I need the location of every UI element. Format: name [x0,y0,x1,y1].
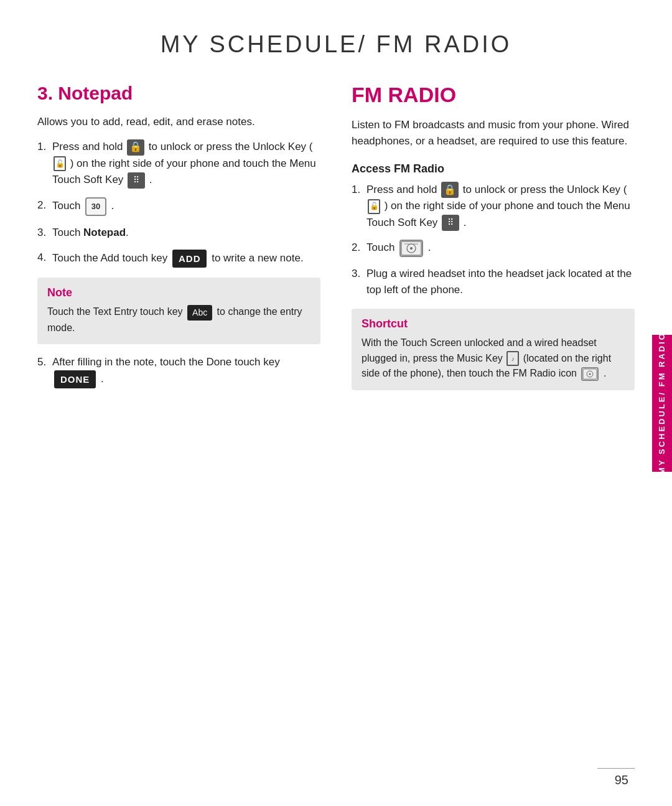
fm-step-num-3: 3. [352,266,366,282]
abc-button-icon: Abc [187,305,212,321]
menu-grid-icon-fm-1: ⠿ [442,215,459,231]
fm-step-2-content: Touch . [366,240,635,257]
sidebar-tab-text: MY SCHEDULE/ FM RADIO [657,332,667,474]
fm-radio-icon [399,240,423,257]
page-title: MY SCHEDULE/ FM RADIO [37,31,635,58]
fm-step-2: 2. Touch . [352,240,635,257]
unlock-key-icon-1: 🔓 [54,156,66,171]
page-number: 95 [615,773,628,787]
step-4-content: Touch the Add touch key ADD to write a n… [52,250,320,268]
fm-radio-heading: FM RADIO [352,83,635,107]
notepad-intro: Allows you to add, read, edit, and erase… [37,114,320,130]
fm-step-num-1: 1. [352,182,366,198]
step-num-3: 3. [37,225,52,241]
step-3-content: Touch Notepad. [52,225,320,241]
notepad-heading: 3. Notepad [37,83,320,104]
notepad-step-3: 3. Touch Notepad. [37,225,320,241]
shortcut-heading: Shortcut [362,317,625,330]
notepad-section: 3. Notepad Allows you to add, read, edit… [37,83,320,397]
step-num-2: 2. [37,197,52,213]
step-num-5: 5. [37,354,52,370]
note-box: Note Touch the Text Entry touch key Abc … [37,278,320,344]
fm-step-num-2: 2. [352,240,366,256]
svg-point-6 [589,373,591,375]
lock-icon-1: 🔒 [127,139,144,156]
svg-point-2 [410,247,413,250]
lock-icon-fm-1: 🔒 [441,182,459,198]
note-heading: Note [47,286,310,299]
unlock-key-icon-fm-1: 🔓 [368,199,380,214]
notepad-step-5: 5. After filling in the note, touch the … [37,354,320,389]
step-5-content: After filling in the note, touch the Don… [52,354,320,389]
done-button-icon: DONE [54,370,96,388]
shortcut-box: Shortcut With the Touch Screen unlocked … [352,309,635,390]
sidebar-tab: MY SCHEDULE/ FM RADIO [652,335,672,472]
fm-step-3: 3. Plug a wired headset into the headset… [352,266,635,299]
notepad-step-1: 1. Press and hold 🔒 to unlock or press t… [37,139,320,188]
notepad-step-2: 2. Touch 30 . [37,197,320,216]
page-container: MY SCHEDULE/ FM RADIO 3. Notepad Allows … [0,0,672,806]
fm-step-1-content: Press and hold 🔒 to unlock or press the … [366,182,635,231]
step-1-content: Press and hold 🔒 to unlock or press the … [52,139,320,188]
step-num-4: 4. [37,250,52,266]
fm-radio-section: FM RADIO Listen to FM broadcasts and mus… [352,83,635,397]
add-button-icon: ADD [172,250,207,268]
menu-grid-icon-1: ⠿ [128,172,145,189]
step-2-content: Touch 30 . [52,197,320,216]
shortcut-text: With the Touch Screen unlocked and a wir… [362,335,625,382]
step-num-1: 1. [37,139,52,155]
music-key-icon: ♪ [506,351,519,366]
calendar-icon: 30 [85,197,106,216]
page-divider [597,768,635,769]
fm-step-3-content: Plug a wired headset into the headset ja… [366,266,635,299]
main-columns: 3. Notepad Allows you to add, read, edit… [37,83,635,397]
fm-step-1: 1. Press and hold 🔒 to unlock or press t… [352,182,635,231]
note-text: Touch the Text Entry touch key Abc to ch… [47,304,310,335]
fm-radio-small-icon [581,367,599,381]
access-fm-heading: Access FM Radio [352,162,635,176]
notepad-step-4: 4. Touch the Add touch key ADD to write … [37,250,320,268]
fm-radio-intro: Listen to FM broadcasts and music from y… [352,117,635,150]
